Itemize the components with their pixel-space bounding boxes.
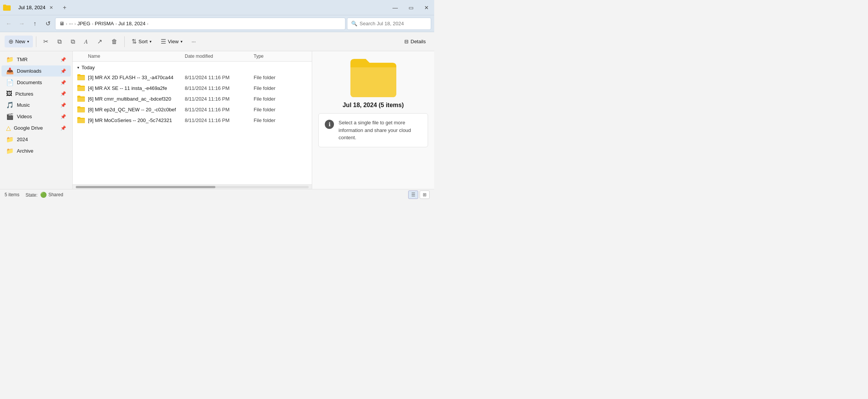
search-icon: 🔍 [351, 21, 357, 26]
table-row[interactable]: [8] MR ep2d_QC_NEW -- 20_-c02c0bef 8/11/… [73, 104, 312, 115]
sidebar-item-tmr[interactable]: 📁 TMR 📌 [2, 54, 71, 65]
state-label: State: [26, 192, 37, 198]
share-button[interactable]: ↗ [93, 36, 106, 47]
pictures-icon: 🖼 [6, 90, 12, 97]
file-name: [4] MR AX SE -- 11 insta_-e469a2fe [88, 85, 185, 91]
sidebar-item-google-drive[interactable]: △ Google Drive 📌 [2, 122, 71, 134]
breadcrumb: 🖥 › ··· › JPEG › PRISMA › Jul 18, 2024 › [55, 18, 345, 30]
breadcrumb-monitor-icon[interactable]: 🖥 [59, 21, 64, 26]
scrollbar-track [76, 186, 309, 188]
copy-button[interactable]: ⧉ [54, 36, 65, 47]
folder-icon [77, 95, 85, 103]
sidebar-label-tmr: TMR [17, 57, 57, 62]
sidebar-item-music[interactable]: 🎵 Music 📌 [2, 99, 71, 111]
table-row[interactable]: [9] MR MoCoSeries -- 200_-5c742321 8/11/… [73, 115, 312, 125]
sidebar-label-pictures: Pictures [15, 91, 57, 97]
column-date-modified: Date modified [185, 54, 254, 59]
sidebar-label-archive: Archive [17, 148, 66, 154]
up-button[interactable]: ↑ [29, 18, 41, 29]
details-panel: Jul 18, 2024 (5 items) ℹ Select a single… [312, 51, 434, 189]
view-button[interactable]: ☰ View ▾ [157, 36, 186, 47]
videos-icon: 🎬 [6, 113, 14, 120]
folder-icon [77, 73, 85, 81]
tab-close-button[interactable]: ✕ [49, 5, 53, 10]
details-button[interactable]: ⊟ Details [401, 36, 430, 47]
group-label: Today [81, 65, 95, 70]
sidebar-item-archive[interactable]: 📁 Archive [2, 145, 71, 156]
breadcrumb-jpeg[interactable]: JPEG [77, 21, 90, 26]
search-input[interactable] [360, 21, 427, 26]
folder-icon [77, 84, 85, 92]
file-type: File folder [254, 85, 307, 91]
state-badge: 🟢 Shared [40, 192, 63, 198]
file-type: File folder [254, 117, 307, 123]
table-row[interactable]: [6] MR cmrr_multiband_ac_-bdcef320 8/11/… [73, 93, 312, 104]
delete-button[interactable]: 🗑 [107, 36, 121, 47]
tmr-pin-icon: 📌 [60, 57, 66, 62]
refresh-button[interactable]: ↺ [42, 18, 54, 29]
sort-dropdown-icon: ▾ [150, 39, 151, 44]
sidebar-item-documents[interactable]: 📄 Documents 📌 [2, 77, 71, 88]
state-icon: 🟢 [40, 192, 47, 198]
paste-button[interactable]: ⧉ [67, 36, 79, 47]
restore-button[interactable]: ▭ [406, 4, 416, 11]
grid-view-button[interactable]: ⊞ [420, 191, 430, 199]
close-button[interactable]: ✕ [422, 4, 431, 11]
file-type: File folder [254, 75, 307, 80]
new-label: New [15, 39, 25, 44]
main-layout: 📁 TMR 📌 📥 Downloads 📌 📄 Documents 📌 🖼 Pi… [0, 51, 434, 189]
breadcrumb-prisma[interactable]: PRISMA [95, 21, 114, 26]
sidebar-item-downloads[interactable]: 📥 Downloads 📌 [2, 65, 71, 77]
file-date: 8/11/2024 11:16 PM [185, 96, 254, 102]
cut-button[interactable]: ✂ [39, 36, 52, 47]
documents-pin-icon: 📌 [60, 80, 66, 85]
separator-1 [36, 36, 36, 47]
table-row[interactable]: [3] MR AX 2D FLASH -- 33_-a470ca44 8/11/… [73, 72, 312, 83]
view-dropdown-icon: ▾ [181, 39, 182, 44]
info-icon: ℹ [325, 120, 334, 129]
breadcrumb-dots[interactable]: ··· [69, 21, 73, 26]
table-row[interactable]: [4] MR AX SE -- 11 insta_-e469a2fe 8/11/… [73, 83, 312, 93]
info-text: Select a single file to get more informa… [339, 119, 422, 142]
folder-icon [77, 106, 85, 113]
delete-icon: 🗑 [111, 38, 117, 45]
sidebar-label-downloads: Downloads [17, 68, 57, 74]
sort-button[interactable]: ⇅ Sort ▾ [128, 36, 155, 47]
minimize-button[interactable]: — [390, 4, 400, 11]
archive-icon: 📁 [6, 147, 14, 155]
file-date: 8/11/2024 11:16 PM [185, 107, 254, 112]
sidebar-label-documents: Documents [17, 80, 57, 85]
sidebar-item-2024[interactable]: 📁 2024 [2, 134, 71, 145]
sidebar-item-videos[interactable]: 🎬 Videos 📌 [2, 111, 71, 122]
google-drive-icon: △ [6, 124, 11, 132]
documents-icon: 📄 [6, 79, 14, 86]
more-button[interactable]: ··· [188, 36, 200, 47]
active-tab[interactable]: Jul 18, 2024 ✕ [14, 2, 58, 13]
rename-button[interactable]: 𝐴 [80, 36, 92, 47]
sidebar-item-pictures[interactable]: 🖼 Pictures 📌 [2, 88, 71, 99]
new-tab-button[interactable]: + [59, 2, 70, 13]
status-bar: 5 items State: 🟢 Shared ☰ ⊞ [0, 189, 434, 200]
back-button[interactable]: ← [3, 18, 15, 29]
new-button[interactable]: ⊕ New ▾ [5, 36, 33, 47]
group-header-today[interactable]: ▾ Today [73, 63, 312, 72]
title-bar: Jul 18, 2024 ✕ + — ▭ ✕ [0, 0, 434, 15]
file-area: Name Date modified Type ▾ Today [3] MR A… [73, 51, 312, 189]
horizontal-scrollbar[interactable] [73, 184, 312, 189]
pictures-pin-icon: 📌 [60, 91, 66, 96]
list-view-button[interactable]: ☰ [408, 191, 418, 199]
column-name: Name [77, 54, 185, 59]
navigation-bar: ← → ↑ ↺ 🖥 › ··· › JPEG › PRISMA › Jul 18… [0, 15, 434, 32]
tmr-icon: 📁 [6, 56, 14, 63]
sidebar-label-videos: Videos [17, 114, 57, 119]
folder-large-icon [350, 59, 396, 97]
sidebar: 📁 TMR 📌 📥 Downloads 📌 📄 Documents 📌 🖼 Pi… [0, 51, 73, 189]
view-toggle-group: ☰ ⊞ [408, 191, 430, 199]
more-icon: ··· [192, 39, 196, 44]
file-type: File folder [254, 107, 307, 112]
sort-label: Sort [138, 39, 148, 44]
search-box[interactable]: 🔍 [347, 18, 431, 30]
breadcrumb-current[interactable]: Jul 18, 2024 [118, 21, 145, 26]
file-list: ▾ Today [3] MR AX 2D FLASH -- 33_-a470ca… [73, 62, 312, 184]
forward-button[interactable]: → [16, 18, 28, 29]
